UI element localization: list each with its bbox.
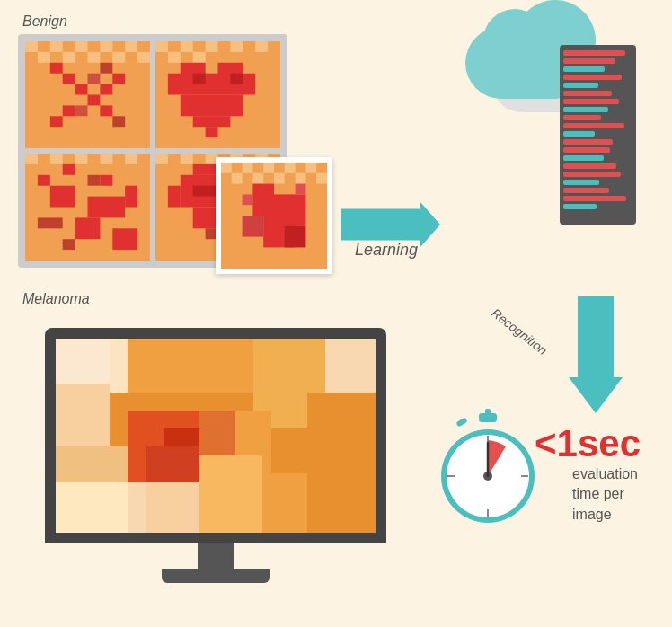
svg-rect-25 <box>155 41 168 52</box>
svg-rect-74 <box>285 163 296 173</box>
svg-rect-30 <box>168 52 181 63</box>
svg-rect-41 <box>25 154 38 164</box>
svg-rect-81 <box>243 194 253 205</box>
svg-rect-17 <box>100 84 112 95</box>
eval-text: evaluation time per image <box>572 464 638 525</box>
svg-rect-98 <box>307 393 376 464</box>
svg-rect-15 <box>100 105 112 116</box>
svg-rect-44 <box>100 154 112 164</box>
svg-rect-76 <box>232 173 243 184</box>
svg-rect-55 <box>63 239 75 250</box>
svg-rect-50 <box>75 217 101 239</box>
svg-rect-5 <box>125 41 137 52</box>
single-image <box>216 157 332 274</box>
svg-rect-107 <box>146 482 199 533</box>
svg-rect-10 <box>137 52 150 63</box>
svg-rect-42 <box>50 154 63 164</box>
svg-rect-47 <box>63 164 75 175</box>
svg-rect-27 <box>206 41 218 52</box>
svg-rect-54 <box>38 217 63 228</box>
svg-rect-38 <box>193 74 206 84</box>
eval-line1: evaluation <box>572 464 638 484</box>
svg-rect-109 <box>271 428 307 473</box>
svg-rect-13 <box>75 84 88 95</box>
svg-rect-20 <box>88 74 101 84</box>
svg-rect-72 <box>243 163 253 173</box>
svg-rect-106 <box>56 482 128 533</box>
svg-rect-105 <box>307 455 376 533</box>
svg-rect-4 <box>100 41 112 52</box>
svg-rect-53 <box>125 186 137 208</box>
stopwatch-group: <1sec evaluation time per image <box>429 409 645 529</box>
svg-rect-22 <box>100 63 112 74</box>
svg-rect-87 <box>296 184 306 195</box>
learning-label: Learning <box>355 241 418 260</box>
svg-rect-108 <box>235 411 271 455</box>
svg-rect-79 <box>296 173 306 184</box>
svg-rect-11 <box>50 63 63 74</box>
melanoma-label: Melanoma <box>22 291 90 307</box>
svg-rect-35 <box>181 95 243 117</box>
svg-rect-78 <box>274 173 285 184</box>
svg-rect-29 <box>255 41 268 52</box>
monitor-neck <box>198 543 234 569</box>
svg-rect-103 <box>199 455 271 533</box>
svg-rect-28 <box>230 41 243 52</box>
svg-rect-39 <box>230 74 243 84</box>
svg-rect-85 <box>285 226 306 248</box>
svg-rect-21 <box>75 105 88 116</box>
svg-rect-12 <box>63 74 75 84</box>
svg-rect-71 <box>221 163 232 173</box>
svg-rect-112 <box>485 409 491 416</box>
svg-rect-73 <box>263 163 274 173</box>
svg-rect-75 <box>305 163 316 173</box>
svg-rect-113 <box>455 417 467 427</box>
svg-rect-18 <box>63 105 75 116</box>
eval-line2: time per <box>572 484 638 504</box>
svg-rect-14 <box>88 95 101 106</box>
svg-rect-36 <box>193 116 231 127</box>
svg-rect-8 <box>88 52 101 63</box>
svg-rect-56 <box>88 175 101 186</box>
svg-rect-51 <box>112 228 137 250</box>
svg-rect-59 <box>181 154 193 164</box>
svg-rect-16 <box>112 74 125 84</box>
svg-rect-49 <box>88 197 126 218</box>
monitor <box>45 328 386 583</box>
svg-rect-69 <box>193 186 218 197</box>
svg-rect-65 <box>168 186 181 208</box>
svg-rect-110 <box>199 411 235 455</box>
benign-label: Benign <box>22 13 67 30</box>
svg-rect-19 <box>50 116 63 127</box>
svg-rect-92 <box>56 384 110 455</box>
svg-rect-3 <box>75 41 88 52</box>
svg-rect-77 <box>252 173 263 184</box>
svg-rect-86 <box>243 216 264 237</box>
svg-rect-58 <box>155 154 168 164</box>
svg-rect-45 <box>125 154 137 164</box>
svg-rect-48 <box>50 186 75 208</box>
svg-rect-37 <box>206 127 218 137</box>
svg-rect-80 <box>316 173 327 184</box>
svg-rect-23 <box>112 116 125 127</box>
svg-rect-6 <box>38 52 50 63</box>
svg-rect-26 <box>181 41 193 52</box>
svg-rect-1 <box>25 41 38 52</box>
grid-cell-2 <box>155 41 280 148</box>
svg-rect-82 <box>252 184 274 216</box>
time-text: <1sec <box>535 422 641 465</box>
svg-rect-43 <box>75 154 88 164</box>
grid-cell-3 <box>25 154 150 261</box>
grid-cell-1 <box>25 41 150 148</box>
monitor-screen <box>45 328 386 543</box>
top-section: Benign <box>9 9 663 314</box>
svg-rect-31 <box>193 52 206 63</box>
stopwatch-icon <box>429 409 546 525</box>
svg-rect-46 <box>38 175 50 186</box>
svg-rect-9 <box>112 52 125 63</box>
monitor-base <box>162 569 270 583</box>
svg-rect-7 <box>63 52 75 63</box>
svg-rect-2 <box>50 41 63 52</box>
bottom-section: <1sec evaluation time per image <box>9 319 663 615</box>
server-box <box>560 45 636 225</box>
